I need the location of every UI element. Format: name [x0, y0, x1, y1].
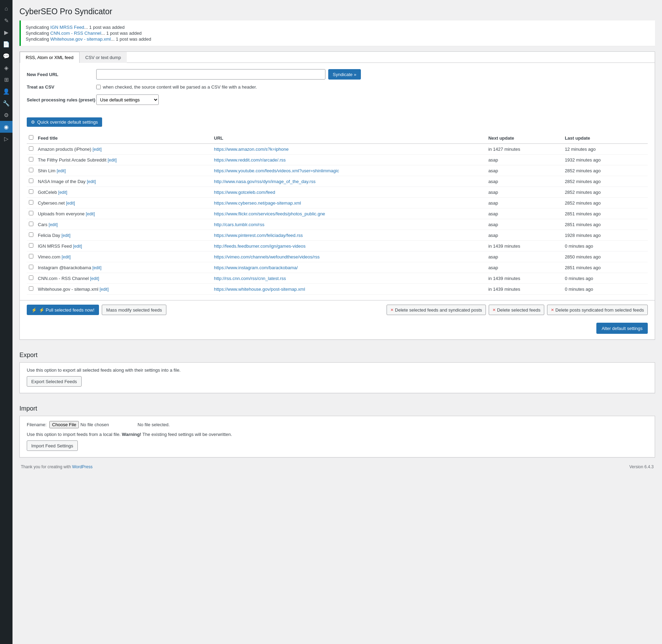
feed-last-update-cell: 0 minutes ago: [563, 273, 648, 284]
export-section-title: Export: [19, 347, 655, 362]
feed-url-link-4[interactable]: http://www.nasa.gov/rss/dyn/image_of_the…: [214, 179, 315, 184]
delete-selected-feeds-button[interactable]: ✕ Delete selected feeds: [489, 305, 544, 315]
delete-feeds-posts-button[interactable]: ✕ Delete selected feeds and syndicated p…: [387, 305, 486, 315]
feed-url-link-6[interactable]: https://www.cyberseo.net/page-sitemap.xm…: [214, 200, 301, 206]
wordpress-link[interactable]: WordPress: [72, 464, 92, 469]
row-checkbox-13[interactable]: [29, 275, 33, 280]
row-checkbox-12[interactable]: [29, 265, 33, 269]
feed-url-link-8[interactable]: http://cars.tumblr.com/rss: [214, 222, 264, 227]
sidebar-icon-cyberseo[interactable]: ◉: [0, 121, 13, 133]
sidebar-icon-custom[interactable]: ▷: [0, 133, 13, 145]
new-feed-url-row: New Feed URL Syndicate »: [27, 69, 648, 80]
feed-title-cell: Felicia Day [edit]: [36, 230, 212, 241]
sidebar-icon-pages[interactable]: 📄: [0, 38, 13, 50]
new-feed-url-input[interactable]: [96, 69, 325, 80]
sidebar-icon-plugins[interactable]: ⊞: [0, 74, 13, 85]
feed-last-update-cell: 1928 minutes ago: [563, 230, 648, 241]
export-feeds-button[interactable]: Export Selected Feeds: [27, 376, 82, 387]
feed-url-link-7[interactable]: https://www.flickr.com/services/feeds/ph…: [214, 211, 325, 216]
edit-link-14[interactable]: [edit]: [100, 287, 109, 292]
processing-rules-select[interactable]: Use default settings: [96, 94, 159, 105]
override-defaults-button[interactable]: ⚙ Quick override default settings: [27, 117, 102, 127]
sidebar-icon-media[interactable]: ▶: [0, 26, 13, 38]
edit-link-7[interactable]: [edit]: [86, 212, 95, 216]
notice-link-1[interactable]: IGN MRSS Feed: [50, 25, 84, 30]
feed-title-cell: CNN.com - RSS Channel [edit]: [36, 273, 212, 284]
feed-title-cell: NASA Image of the Day [edit]: [36, 176, 212, 187]
feed-url-cell: https://www.reddit.com/r/arcade/.rss: [212, 155, 486, 165]
row-checkbox-1[interactable]: [29, 146, 33, 151]
sidebar-icon-tools[interactable]: 🔧: [0, 97, 13, 109]
feed-url-link-9[interactable]: https://www.pinterest.com/feliciaday/fee…: [214, 233, 303, 238]
row-checkbox-6[interactable]: [29, 200, 33, 205]
feed-url-link-10[interactable]: http://feeds.feedburner.com/ign/games-vi…: [214, 243, 306, 249]
tab-csv[interactable]: CSV or text dump: [80, 52, 127, 63]
col-next-update: Next update: [486, 132, 563, 144]
feed-title-cell: The Filthy Purist Arcade Subreddit [edit…: [36, 155, 212, 165]
row-checkbox-7[interactable]: [29, 211, 33, 215]
feed-url-link-14[interactable]: https://www.whitehouse.gov/post-sitemap.…: [214, 287, 305, 292]
edit-link-9[interactable]: [edit]: [61, 233, 71, 238]
processing-rules-label: Select processing rules (preset): [27, 97, 96, 102]
delete-posts-button[interactable]: ✕ Delete posts syndicated from selected …: [547, 305, 648, 315]
row-checkbox-10[interactable]: [29, 243, 33, 248]
feed-url-cell: https://vimeo.com/channels/wefoundthese/…: [212, 251, 486, 262]
syndicate-button[interactable]: Syndicate »: [328, 69, 361, 80]
row-checkbox-11[interactable]: [29, 254, 33, 258]
col-feed-title: Feed title: [36, 132, 212, 144]
mass-modify-button[interactable]: Mass modify selected feeds: [102, 305, 166, 315]
select-all-checkbox[interactable]: [29, 135, 33, 140]
sidebar-icon-appearance[interactable]: ◈: [0, 62, 13, 74]
row-checkbox-3[interactable]: [29, 168, 33, 172]
edit-link-2[interactable]: [edit]: [108, 158, 117, 163]
feed-url-link-11[interactable]: https://vimeo.com/channels/wefoundthese/…: [214, 254, 320, 259]
alter-default-settings-button[interactable]: Alter default settings: [596, 323, 648, 334]
treat-as-csv-checkbox[interactable]: [96, 85, 101, 89]
edit-link-11[interactable]: [edit]: [61, 255, 71, 259]
edit-link-8[interactable]: [edit]: [49, 222, 58, 227]
sidebar-icon-posts[interactable]: ✎: [0, 15, 13, 26]
feed-url-link-13[interactable]: http://rss.cnn.com/rss/cnn_latest.rss: [214, 276, 286, 281]
row-checkbox-4[interactable]: [29, 179, 33, 183]
pull-selected-feeds-button[interactable]: ⚡ ⚡ Pull selected feeds now!: [27, 305, 99, 315]
feed-url-link-5[interactable]: https://www.gotceleb.com/feed: [214, 190, 275, 195]
feed-url-link-3[interactable]: https://www.youtube.com/feeds/videos.xml…: [214, 168, 339, 173]
feed-url-link-12[interactable]: https://www.instagram.com/barackobama/: [214, 265, 298, 270]
edit-link-4[interactable]: [edit]: [87, 179, 96, 184]
feed-url-link-2[interactable]: https://www.reddit.com/r/arcade/.rss: [214, 157, 286, 163]
notice-link-2[interactable]: CNN.com - RSS Channel: [50, 31, 101, 36]
sidebar-icon-settings[interactable]: ⚙: [0, 109, 13, 121]
table-row: Shin Lim [edit]https://www.youtube.com/f…: [27, 165, 648, 176]
delete-actions: ✕ Delete selected feeds and syndicated p…: [387, 305, 648, 315]
feed-url-link-1[interactable]: https://www.amazon.com/s?k=iphone: [214, 147, 289, 152]
table-row: Instagram @barackobama [edit]https://www…: [27, 262, 648, 273]
feed-table-body: Amazon products (iPhone) [edit]https://w…: [27, 144, 648, 295]
edit-link-12[interactable]: [edit]: [92, 265, 101, 270]
notice-link-3[interactable]: Whitehouse.gov - sitemap.xml: [50, 36, 111, 42]
file-input[interactable]: [49, 421, 135, 428]
action-bar: ⚡ ⚡ Pull selected feeds now! Mass modify…: [20, 300, 655, 319]
import-feeds-button[interactable]: Import Feed Settings: [27, 440, 78, 451]
feed-url-cell: https://www.instagram.com/barackobama/: [212, 262, 486, 273]
edit-link-13[interactable]: [edit]: [90, 276, 99, 281]
feed-title-cell: Uploads from everyone [edit]: [36, 208, 212, 219]
row-checkbox-9[interactable]: [29, 232, 33, 237]
export-description: Use this option to export all selected f…: [27, 368, 648, 373]
edit-link-3[interactable]: [edit]: [57, 168, 66, 173]
row-checkbox-2[interactable]: [29, 157, 33, 162]
sidebar-icon-dashboard[interactable]: ⌂: [0, 3, 13, 15]
sidebar-icon-users[interactable]: 👤: [0, 85, 13, 97]
feed-url-cell: https://www.flickr.com/services/feeds/ph…: [212, 208, 486, 219]
edit-link-1[interactable]: [edit]: [93, 147, 102, 152]
edit-link-5[interactable]: [edit]: [58, 190, 67, 195]
row-checkbox-8[interactable]: [29, 222, 33, 226]
row-checkbox-5[interactable]: [29, 189, 33, 194]
edit-link-6[interactable]: [edit]: [66, 201, 75, 206]
feed-last-update-cell: 2851 minutes ago: [563, 219, 648, 230]
table-row: GotCeleb [edit]https://www.gotceleb.com/…: [27, 187, 648, 198]
sidebar-icon-comments[interactable]: 💬: [0, 50, 13, 62]
tab-rss[interactable]: RSS, Atom or XML feed: [20, 52, 80, 63]
alter-defaults-wrapper: Alter default settings: [20, 319, 655, 339]
edit-link-10[interactable]: [edit]: [73, 244, 82, 249]
row-checkbox-14[interactable]: [29, 286, 33, 291]
